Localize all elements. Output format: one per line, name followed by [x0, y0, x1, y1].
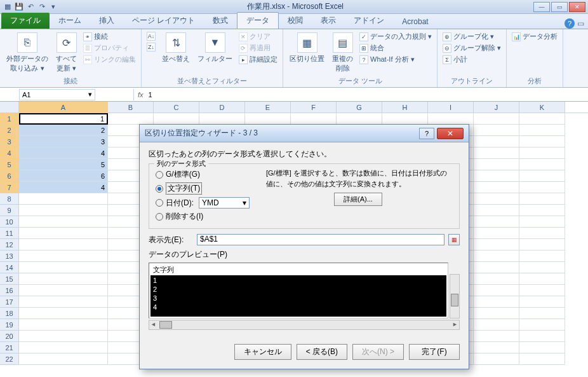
cell[interactable] — [474, 262, 519, 273]
cell[interactable] — [474, 228, 519, 239]
advanced-filter-button[interactable]: ▸詳細設定 — [237, 54, 279, 65]
cell[interactable] — [519, 193, 565, 205]
cell[interactable] — [519, 239, 565, 250]
cell[interactable] — [19, 331, 108, 342]
formula-input[interactable]: fx 1 — [133, 89, 588, 100]
row-header[interactable]: 7 — [0, 182, 19, 193]
cell[interactable] — [519, 353, 565, 365]
name-box[interactable]: A1▾ — [19, 89, 95, 100]
cell[interactable]: 4 — [19, 147, 108, 159]
cell[interactable] — [474, 296, 519, 308]
preview-scrollbar-h[interactable] — [149, 320, 460, 330]
col-header-j[interactable]: J — [474, 102, 519, 113]
back-button[interactable]: < 戻る(B) — [297, 344, 347, 360]
cell[interactable] — [519, 273, 565, 285]
cell[interactable] — [19, 285, 108, 296]
tab-addin[interactable]: アドイン — [345, 13, 393, 29]
cell[interactable] — [519, 308, 565, 319]
date-format-combo[interactable]: YMD▾ — [199, 197, 250, 209]
qat-dropdown-icon[interactable]: ▾ — [48, 2, 58, 12]
sort-asc-button[interactable]: A↓ — [145, 31, 157, 41]
cell[interactable] — [519, 159, 565, 170]
cell[interactable] — [19, 193, 108, 205]
sort-button[interactable]: ⇅ 並べ替え — [159, 31, 192, 65]
help-icon[interactable]: ? — [565, 18, 575, 29]
cell[interactable] — [291, 113, 337, 125]
tab-home[interactable]: ホーム — [50, 13, 90, 29]
col-header-f[interactable]: F — [291, 102, 337, 113]
col-header-b[interactable]: B — [108, 102, 154, 113]
preview-column-header[interactable]: 文字列 — [150, 264, 446, 276]
text-to-columns-button[interactable]: ▦ 区切り位置 — [287, 31, 327, 65]
filter-button[interactable]: ▼ フィルター — [195, 31, 235, 65]
cell[interactable] — [519, 262, 565, 273]
undo-icon[interactable]: ↶ — [25, 2, 36, 12]
cell[interactable] — [474, 285, 519, 296]
minimize-button[interactable]: — — [533, 2, 550, 12]
cell[interactable] — [199, 113, 245, 125]
cell[interactable] — [474, 136, 519, 147]
cell[interactable] — [519, 342, 565, 353]
cell[interactable]: 5 — [19, 159, 108, 170]
cell[interactable] — [474, 170, 519, 182]
cell[interactable] — [474, 182, 519, 193]
cell[interactable] — [519, 228, 565, 239]
cell[interactable] — [382, 113, 428, 125]
row-header[interactable]: 22 — [0, 353, 19, 365]
namebox-dropdown-icon[interactable]: ▾ — [88, 90, 92, 99]
row-header[interactable]: 14 — [0, 262, 19, 273]
radio-general[interactable]: G/標準(G) — [156, 168, 257, 181]
tab-file[interactable]: ファイル — [1, 13, 50, 29]
row-header[interactable]: 5 — [0, 159, 19, 170]
cell[interactable] — [519, 182, 565, 193]
col-header-k[interactable]: K — [519, 102, 565, 113]
cell[interactable] — [474, 308, 519, 319]
minimize-ribbon-icon[interactable]: ▭ — [577, 19, 584, 28]
cell[interactable] — [245, 113, 291, 125]
col-header-e[interactable]: E — [245, 102, 291, 113]
cell[interactable] — [519, 113, 565, 125]
cell[interactable] — [474, 319, 519, 331]
cell[interactable] — [474, 216, 519, 228]
radio-text[interactable]: 文字列(T) — [156, 181, 257, 196]
dialog-close-button[interactable]: ✕ — [437, 128, 464, 139]
range-selector-button[interactable]: ▦ — [448, 234, 460, 245]
tab-acrobat[interactable]: Acrobat — [393, 15, 437, 29]
cell[interactable] — [474, 342, 519, 353]
remove-duplicates-button[interactable]: ▤ 重複の 削除 — [330, 31, 356, 74]
cell[interactable] — [108, 113, 154, 125]
finish-button[interactable]: 完了(F) — [409, 344, 460, 360]
cell[interactable] — [519, 147, 565, 159]
col-header-c[interactable]: C — [154, 102, 199, 113]
row-header[interactable]: 2 — [0, 125, 19, 136]
save-icon[interactable]: 💾 — [14, 2, 24, 12]
row-header[interactable]: 13 — [0, 250, 19, 262]
cell[interactable] — [19, 296, 108, 308]
cell[interactable] — [519, 319, 565, 331]
cell[interactable] — [19, 250, 108, 262]
maximize-button[interactable]: ▭ — [551, 2, 568, 12]
ungroup-button[interactable]: ⊖グループ解除 ▾ — [441, 43, 502, 53]
cell[interactable] — [519, 285, 565, 296]
cell[interactable] — [474, 147, 519, 159]
data-validation-button[interactable]: ✓データの入力規則 ▾ — [358, 31, 433, 42]
cell[interactable] — [474, 193, 519, 205]
cell[interactable] — [474, 273, 519, 285]
col-header-d[interactable]: D — [199, 102, 245, 113]
cell[interactable] — [474, 239, 519, 250]
group-button[interactable]: ⊕グループ化 ▾ — [441, 31, 502, 42]
cell[interactable] — [19, 239, 108, 250]
row-header[interactable]: 15 — [0, 273, 19, 285]
connections-button[interactable]: ⚭接続 — [82, 31, 137, 42]
select-all-corner[interactable] — [0, 102, 19, 113]
row-header[interactable]: 21 — [0, 342, 19, 353]
cell[interactable] — [154, 113, 199, 125]
col-header-g[interactable]: G — [337, 102, 382, 113]
close-button[interactable]: ✕ — [569, 2, 585, 12]
tab-insert[interactable]: 挿入 — [90, 13, 123, 29]
cell[interactable] — [19, 353, 108, 365]
row-header[interactable]: 6 — [0, 170, 19, 182]
cell[interactable] — [519, 125, 565, 136]
cell[interactable] — [519, 136, 565, 147]
col-header-a[interactable]: A — [19, 102, 108, 113]
